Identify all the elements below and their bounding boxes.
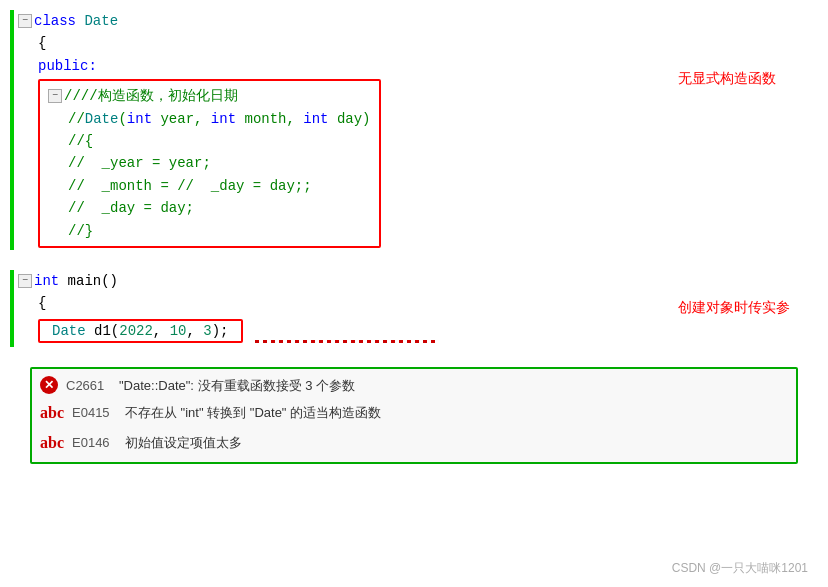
error-row-e0415: abc E0415 不存在从 "int" 转换到 "Date" 的适当构造函数	[32, 398, 796, 428]
error-icon-e0146: abc	[40, 431, 64, 455]
line-main-header: − int main()	[18, 270, 668, 292]
highlighted-comment-box: − ////构造函数，初始化日期 //Date(int year, int mo…	[38, 79, 381, 248]
error-icon-c2661: ✕	[40, 376, 58, 394]
error-msg-e0415: 不存在从 "int" 转换到 "Date" 的适当构造函数	[125, 403, 381, 423]
line-comment-month: // _month = // _day = day;;	[48, 175, 371, 197]
green-bar-1	[10, 10, 14, 250]
line-comment-header: − ////构造函数，初始化日期	[48, 85, 371, 107]
fold-icon-3[interactable]: −	[18, 274, 32, 288]
watermark: CSDN @一只大喵咪1201	[672, 560, 808, 577]
green-bar-2	[10, 270, 14, 347]
line-brace-open-2: {	[18, 292, 668, 314]
highlighted-d1-box: Date d1(2022, 10, 3);	[38, 319, 243, 343]
error-code-c2661: C2661	[66, 376, 111, 396]
error-code-e0146: E0146	[72, 433, 117, 453]
error-code-e0415: E0415	[72, 403, 117, 423]
annotation-text-2: 创建对象时传实参	[678, 299, 790, 317]
line-comment-brace: //{	[48, 130, 371, 152]
line-brace-open-1: {	[18, 32, 668, 54]
annotation-text-1: 无显式构造函数	[678, 70, 776, 88]
code-block-1: − class Date { public: − ///	[0, 10, 828, 250]
main-container: − class Date { public: − ///	[0, 0, 828, 494]
error-block: ✕ C2661 "Date::Date": 没有重载函数接受 3 个参数 abc…	[30, 367, 798, 465]
line-comment-date: //Date(int year, int month, int day)	[48, 108, 371, 130]
line-public: public:	[18, 55, 668, 77]
code-block-2: − int main() { Date d1(2022, 10, 3);	[0, 270, 828, 347]
code-content-1: − class Date { public: − ///	[18, 10, 668, 250]
code-content-2: − int main() { Date d1(2022, 10, 3);	[18, 270, 668, 347]
error-row-c2661: ✕ C2661 "Date::Date": 没有重载函数接受 3 个参数	[32, 373, 796, 399]
fold-icon-1[interactable]: −	[18, 14, 32, 28]
annotation-1: 无显式构造函数	[668, 10, 828, 250]
error-row-e0146: abc E0146 初始值设定项值太多	[32, 428, 796, 458]
fold-icon-2[interactable]: −	[48, 89, 62, 103]
annotation-2: 创建对象时传实参	[668, 270, 828, 347]
kw-class: class	[34, 10, 84, 32]
line-class-date: − class Date	[18, 10, 668, 32]
kw-date: Date	[84, 10, 118, 32]
line-comment-year: // _year = year;	[48, 152, 371, 174]
error-icon-e0415: abc	[40, 401, 64, 425]
line-comment-close: //}	[48, 220, 371, 242]
line-comment-day: // _day = day;	[48, 197, 371, 219]
error-msg-e0146: 初始值设定项值太多	[125, 433, 242, 453]
error-msg-c2661: "Date::Date": 没有重载函数接受 3 个参数	[119, 376, 355, 396]
line-d1-wrapper: Date d1(2022, 10, 3);	[18, 319, 668, 343]
